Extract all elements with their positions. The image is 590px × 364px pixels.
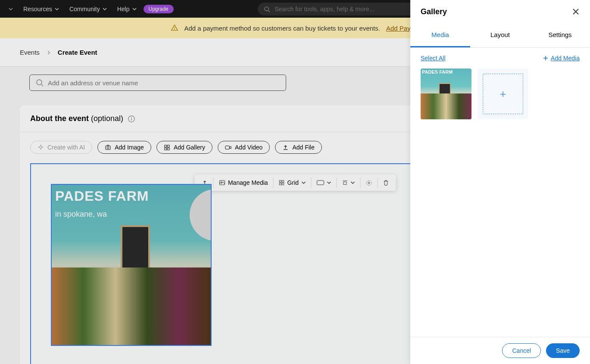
settings-button[interactable]	[361, 176, 376, 189]
chevron-down-icon	[55, 7, 59, 11]
crumb-events[interactable]: Events	[20, 49, 40, 56]
add-video-button[interactable]: Add Video	[218, 141, 270, 154]
pill-label: Add Gallery	[174, 144, 205, 151]
trash-icon	[383, 180, 389, 186]
svg-rect-11	[165, 145, 167, 147]
svg-point-0	[265, 6, 268, 10]
label: Grid	[287, 179, 299, 186]
address-input-wrap[interactable]	[29, 75, 286, 91]
svg-rect-15	[225, 146, 229, 149]
svg-line-5	[41, 84, 43, 86]
address-input[interactable]	[48, 79, 280, 87]
panel-title: Gallery	[421, 7, 447, 16]
gear-icon	[365, 180, 372, 186]
ratio-icon	[316, 180, 324, 186]
add-image-button[interactable]: Add Image	[97, 141, 151, 154]
search-icon	[264, 6, 270, 12]
ratio-button[interactable]	[312, 176, 335, 189]
grid-icon	[279, 180, 285, 186]
close-icon[interactable]	[572, 8, 580, 16]
image-text: in spokane, wa	[55, 210, 107, 219]
svg-rect-9	[106, 146, 110, 149]
chevron-down-icon	[8, 6, 13, 12]
svg-point-10	[107, 146, 109, 149]
chevron-right-icon	[47, 50, 51, 55]
tab-layout[interactable]: Layout	[470, 23, 530, 47]
svg-point-4	[37, 80, 42, 85]
image-text: PADES FARM	[55, 188, 149, 204]
panel-tabs: Media Layout Settings	[410, 23, 590, 48]
svg-rect-19	[282, 180, 284, 182]
sparkle-icon	[37, 144, 44, 151]
svg-rect-14	[167, 148, 169, 150]
chevron-down-icon	[103, 7, 107, 11]
pill-label: Create with AI	[47, 144, 85, 151]
image-produce	[52, 268, 211, 345]
nav-label: Resources	[23, 6, 52, 12]
pill-label: Add Image	[115, 144, 144, 151]
upload-icon	[282, 144, 289, 151]
media-thumbnail[interactable]: PADES FARM	[421, 68, 471, 119]
plus-icon: +	[483, 74, 523, 114]
add-media-label: Add Media	[551, 55, 580, 62]
svg-point-3	[174, 29, 175, 30]
gallery-panel: Gallery Media Layout Settings Select All…	[410, 0, 590, 364]
save-button[interactable]: Save	[546, 343, 580, 358]
svg-rect-20	[279, 183, 281, 185]
svg-rect-24	[343, 182, 347, 184]
svg-point-25	[368, 182, 370, 184]
add-media-slot[interactable]: +	[478, 68, 528, 119]
chevron-down-icon	[301, 180, 306, 185]
chevron-down-icon	[132, 7, 137, 11]
nav-label: Help	[117, 6, 130, 12]
nav-back-chevron[interactable]	[3, 0, 18, 18]
svg-rect-21	[282, 183, 284, 185]
delete-button[interactable]	[378, 176, 393, 189]
svg-rect-22	[317, 180, 324, 185]
align-button[interactable]	[337, 176, 359, 189]
camera-icon	[105, 144, 111, 151]
add-gallery-button[interactable]: Add Gallery	[156, 141, 212, 154]
svg-line-1	[268, 10, 270, 12]
label: Manage Media	[228, 179, 268, 186]
gallery-image[interactable]: PADES FARM in spokane, wa	[51, 184, 212, 346]
pill-label: Add Video	[235, 144, 262, 151]
chevron-down-icon	[327, 180, 331, 185]
layout-grid-button[interactable]: Grid	[275, 176, 310, 189]
gallery-toolbar: Manage Media Grid	[194, 174, 396, 191]
add-media-link[interactable]: Add Media	[543, 55, 580, 62]
banner-text: Add a payment method so customers can bu…	[184, 25, 380, 32]
gallery-icon	[164, 144, 170, 151]
nav-label: Community	[69, 6, 100, 12]
svg-rect-12	[167, 145, 169, 147]
nav-community[interactable]: Community	[64, 0, 112, 18]
select-all-link[interactable]: Select All	[421, 55, 446, 62]
chevron-down-icon	[350, 180, 355, 185]
about-title: About the event (optional)	[30, 114, 123, 123]
align-icon	[342, 180, 348, 186]
upgrade-button[interactable]: Upgrade	[144, 5, 174, 13]
search-icon	[36, 79, 44, 87]
tab-media[interactable]: Media	[410, 23, 470, 47]
add-file-button[interactable]: Add File	[275, 141, 322, 154]
svg-point-8	[131, 117, 132, 118]
svg-rect-18	[279, 180, 281, 182]
nav-help[interactable]: Help	[112, 0, 142, 18]
manage-media-button[interactable]: Manage Media	[214, 176, 272, 189]
nav-resources[interactable]: Resources	[18, 0, 64, 18]
warning-icon	[171, 24, 178, 32]
pill-label: Add File	[292, 144, 314, 151]
create-with-ai-button[interactable]: Create with AI	[30, 141, 92, 154]
video-icon	[225, 144, 231, 151]
cancel-button[interactable]: Cancel	[502, 343, 541, 358]
svg-rect-13	[165, 148, 167, 150]
media-icon	[219, 179, 225, 186]
plus-icon	[543, 56, 548, 61]
tab-settings[interactable]: Settings	[530, 23, 590, 47]
image-sign	[121, 225, 150, 273]
info-icon[interactable]	[128, 115, 135, 123]
crumb-current: Create Event	[58, 49, 97, 56]
